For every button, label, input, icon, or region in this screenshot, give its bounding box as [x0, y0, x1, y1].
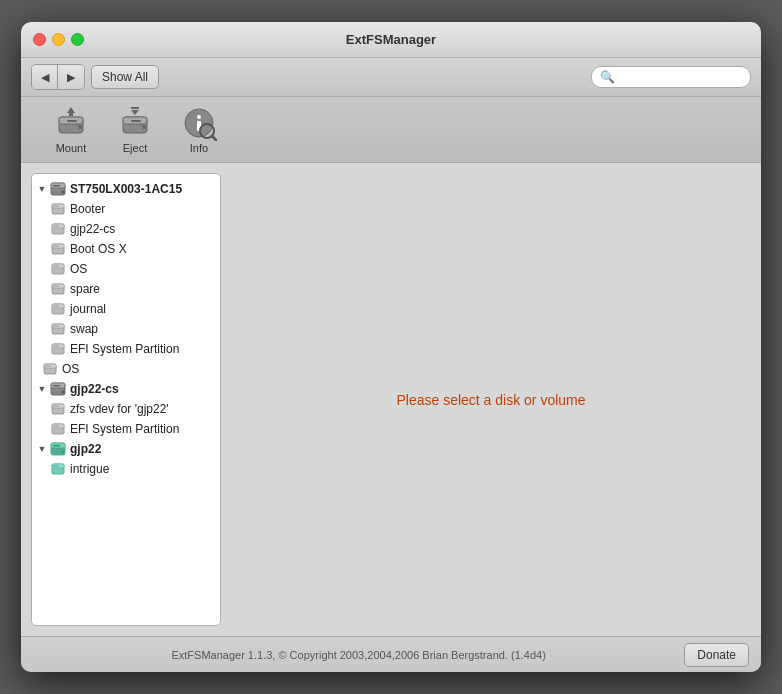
list-item[interactable]: journal [32, 299, 220, 319]
sidebar-item-label: EFI System Partition [70, 422, 179, 436]
status-bar: ExtFSManager 1.1.3, © Copyright 2003,200… [21, 636, 761, 672]
partition-icon [50, 421, 66, 437]
sidebar-item-label: gjp22 [70, 442, 101, 456]
maximize-button[interactable] [71, 33, 84, 46]
list-item[interactable]: Booter [32, 199, 220, 219]
hdd-icon [50, 181, 66, 197]
list-item[interactable]: spare [32, 279, 220, 299]
window-title: ExtFSManager [346, 32, 436, 47]
partition-icon [50, 221, 66, 237]
sidebar-item-label: gjp22-cs [70, 382, 119, 396]
mount-icon [53, 105, 89, 141]
partition-icon [50, 301, 66, 317]
search-icon: 🔍 [600, 70, 615, 84]
sidebar-item-label: journal [70, 302, 106, 316]
svg-marker-9 [131, 110, 139, 115]
list-item[interactable]: gjp22-cs [32, 219, 220, 239]
svg-rect-19 [53, 185, 60, 187]
hdd-icon [50, 381, 66, 397]
sidebar-item-label: OS [70, 262, 87, 276]
list-item[interactable]: ▼ gjp22-cs [32, 379, 220, 399]
svg-rect-43 [53, 346, 59, 347]
hdd-green-icon [50, 441, 66, 457]
traffic-lights [33, 33, 84, 46]
status-bar-text: ExtFSManager 1.1.3, © Copyright 2003,200… [33, 649, 684, 661]
list-item[interactable]: EFI System Partition [32, 419, 220, 439]
svg-point-18 [62, 191, 65, 194]
mount-toolbar-item[interactable]: Mount [41, 101, 101, 158]
partition-green-icon [50, 461, 66, 477]
svg-rect-3 [67, 120, 77, 122]
eject-icon [117, 105, 153, 141]
placeholder-text: Please select a disk or volume [396, 392, 585, 408]
partition-icon [50, 241, 66, 257]
sidebar-item-label: intrigue [70, 462, 109, 476]
sidebar-item-label: swap [70, 322, 98, 336]
svg-rect-31 [53, 266, 59, 267]
close-button[interactable] [33, 33, 46, 46]
list-item[interactable]: swap [32, 319, 220, 339]
svg-rect-10 [131, 107, 139, 109]
minimize-button[interactable] [52, 33, 65, 46]
sidebar-item-label: ST750LX003-1AC15 [70, 182, 182, 196]
list-item[interactable]: ▼ gjp22 [32, 439, 220, 459]
svg-rect-56 [53, 426, 59, 427]
partition-icon [50, 201, 66, 217]
nav-back-button[interactable]: ◀ [32, 65, 58, 89]
info-icon [181, 105, 217, 141]
svg-rect-53 [53, 406, 59, 407]
nav-buttons: ◀ ▶ [31, 64, 85, 90]
list-item[interactable]: zfs vdev for 'gjp22' [32, 399, 220, 419]
titlebar: ExtFSManager [21, 22, 761, 58]
partition-icon [50, 341, 66, 357]
partition-icon [50, 321, 66, 337]
search-input[interactable] [618, 70, 738, 84]
svg-rect-22 [53, 206, 59, 207]
mount-label: Mount [56, 142, 87, 154]
svg-line-15 [212, 136, 216, 140]
partition-icon [50, 401, 66, 417]
show-all-button[interactable]: Show All [91, 65, 159, 89]
list-item[interactable]: EFI System Partition [32, 339, 220, 359]
list-item[interactable]: intrigue [32, 459, 220, 479]
sidebar-item-label: spare [70, 282, 100, 296]
eject-toolbar-item[interactable]: Eject [105, 101, 165, 158]
svg-point-2 [78, 125, 82, 129]
info-toolbar-item[interactable]: Info [169, 101, 229, 158]
svg-point-12 [197, 115, 201, 119]
svg-rect-50 [53, 385, 60, 387]
svg-rect-37 [53, 306, 59, 307]
list-item[interactable]: OS [32, 359, 220, 379]
disclosure-icon: ▼ [36, 383, 48, 395]
sidebar-item-label: Boot OS X [70, 242, 127, 256]
sidebar-item-label: OS [62, 362, 79, 376]
svg-rect-63 [53, 466, 59, 467]
partition-icon [50, 261, 66, 277]
list-item[interactable]: OS [32, 259, 220, 279]
sidebar-item-label: EFI System Partition [70, 342, 179, 356]
sidebar-item-label: zfs vdev for 'gjp22' [70, 402, 169, 416]
svg-rect-46 [45, 366, 51, 367]
donate-button[interactable]: Donate [684, 643, 749, 667]
main-panel: Please select a disk or volume [231, 173, 751, 626]
svg-rect-34 [53, 286, 59, 287]
disclosure-icon: ▼ [36, 183, 48, 195]
svg-rect-60 [53, 445, 60, 447]
eject-label: Eject [123, 142, 147, 154]
sidebar-item-label: Booter [70, 202, 105, 216]
info-label: Info [190, 142, 208, 154]
svg-rect-25 [53, 226, 59, 227]
svg-rect-40 [53, 326, 59, 327]
partition-icon [50, 281, 66, 297]
svg-point-7 [142, 125, 146, 129]
svg-marker-4 [67, 107, 75, 116]
list-item[interactable]: ▼ ST750LX003-1AC15 [32, 179, 220, 199]
list-item[interactable]: Boot OS X [32, 239, 220, 259]
sidebar-item-label: gjp22-cs [70, 222, 115, 236]
svg-rect-8 [131, 120, 141, 122]
main-window: ExtFSManager ◀ ▶ Show All 🔍 [21, 22, 761, 672]
sidebar: ▼ ST750LX003-1AC15 Booter gjp22-cs [31, 173, 221, 626]
svg-rect-28 [53, 246, 59, 247]
partition-icon [42, 361, 58, 377]
nav-forward-button[interactable]: ▶ [58, 65, 84, 89]
